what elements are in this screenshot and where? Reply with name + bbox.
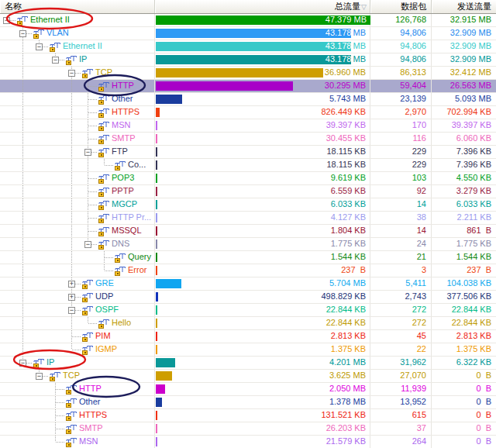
tree-guide-line (88, 218, 88, 224)
table-row-http-pr-[interactable]: HTTP Pr...4.127 KB4.127 KB382.211 KB (0, 212, 496, 225)
table-row-ip[interactable]: −IP4.201 MB4.201 MB31,9626.322 KB (0, 357, 496, 370)
sent-value: 0 B (476, 422, 491, 434)
tree-guide-line (22, 238, 23, 250)
tree-guide-line (88, 93, 88, 99)
protocol-label: Query (128, 251, 151, 263)
collapse-toggle[interactable]: − (36, 43, 43, 50)
total-value-on-bar: 43.178 MB (326, 40, 351, 52)
name-cell: −IP (0, 53, 155, 66)
column-header-sent-traffic[interactable]: 发送流量 (432, 0, 496, 13)
name-cell: HTTP Pr... (0, 212, 155, 224)
expand-toggle[interactable]: + (68, 294, 75, 301)
tree-guide-line (88, 99, 98, 100)
collapse-toggle[interactable]: − (36, 373, 43, 380)
packets-value: 37 (417, 422, 426, 434)
collapse-toggle[interactable]: − (3, 17, 10, 24)
protocol-node-icon (98, 174, 109, 184)
table-row-ip[interactable]: −IP43.178 MB43.178 MB94,80632.909 MB (0, 53, 496, 67)
table-row-vlan[interactable]: −VLAN43.178 MB43.178 MB94,80632.909 MB (0, 27, 496, 40)
table-row-ftp[interactable]: −FTP18.115 KB18.115 KB2297.396 KB (0, 146, 496, 159)
table-row-pim[interactable]: PIM2.813 KB2.813 KB452.813 KB (0, 330, 496, 343)
table-row-gre[interactable]: +GRE5.704 MB5.704 MB5,411104.038 KB (0, 277, 496, 291)
packets-value: 126,768 (395, 14, 426, 26)
protocol-label: TCP (95, 67, 112, 78)
tree-guide-line (88, 99, 88, 105)
table-row-ethernet-ii[interactable]: −Ethernet II47.379 MB47.379 MB126,76832.… (0, 14, 496, 27)
table-row-msn[interactable]: MSN39.397 KB39.397 KB17039.397 KB (0, 119, 496, 133)
table-row-mssql[interactable]: MSSQL1.804 KB1.804 KB14861 B (0, 225, 496, 238)
protocol-label: Ethernet II (63, 40, 102, 52)
protocol-label: PPTP (112, 185, 134, 197)
table-row-error[interactable]: Error237 B237 B3237 B (0, 264, 496, 277)
table-row-mgcp[interactable]: MGCP6.033 KB6.033 KB146.033 KB (0, 198, 496, 212)
tree-guide-line (75, 73, 81, 74)
table-row-other[interactable]: Other5.743 MB5.743 MB23,1395.093 MB (0, 93, 496, 106)
tree-guide-line (22, 40, 23, 53)
total-value: 2.050 MB (329, 383, 366, 395)
tree-guide-line (105, 271, 114, 271)
collapse-toggle[interactable]: − (84, 241, 91, 248)
total-traffic-cell: 9.619 KB9.619 KB (155, 172, 370, 184)
table-row-https[interactable]: HTTPS131.521 KB131.521 KB6150 B (0, 409, 496, 422)
protocol-node-icon (65, 424, 77, 434)
total-value: 131.521 KB (322, 409, 367, 421)
protocol-label: MSN (112, 119, 130, 131)
packets-cell: 3 (370, 264, 432, 277)
total-traffic-cell: 36.960 MB36.960 MB (155, 67, 370, 79)
table-row-udp[interactable]: +UDP498.829 KB498.829 KB2,743377.506 KB (0, 291, 496, 304)
total-value: 30.455 KB (326, 133, 366, 144)
tree-guide-line (56, 415, 65, 416)
tree-guide-line (22, 119, 23, 132)
table-row-smtp[interactable]: SMTP26.203 KB26.203 KB370 B (0, 422, 496, 436)
sent-value: 6.033 KB (456, 198, 491, 210)
tree-guide-line (88, 191, 98, 192)
table-row-tcp[interactable]: −TCP3.625 MB3.625 MB27,0700 B (0, 370, 496, 383)
tree-guide-line (88, 112, 98, 113)
table-row-http[interactable]: HTTP30.295 MB30.295 MB59,40426.563 MB (0, 80, 496, 93)
collapse-toggle[interactable]: − (68, 307, 75, 314)
table-row-msn[interactable]: MSN21.579 KB21.579 KB2640 B (0, 436, 496, 448)
collapse-toggle[interactable]: − (68, 70, 75, 77)
expand-toggle[interactable]: + (68, 281, 75, 288)
tree-guide-line (22, 225, 23, 237)
table-row-ospf[interactable]: −OSPF22.844 KB22.844 KB27222.844 KB (0, 304, 496, 317)
name-cell: SMTP (0, 422, 155, 435)
column-header-total-traffic[interactable]: 总流量▽ (155, 0, 370, 13)
protocol-node-icon (98, 187, 109, 197)
table-row-igmp[interactable]: IGMP1.375 KB1.375 KB221.375 KB (0, 343, 496, 357)
name-cell: Co... (0, 159, 155, 171)
sent-value: 861 B (467, 225, 491, 236)
collapse-toggle[interactable]: − (52, 57, 59, 64)
protocol-label: Other (112, 93, 133, 105)
protocol-label: TCP (63, 370, 80, 381)
packets-value: 94,806 (400, 53, 426, 65)
table-row-http[interactable]: HTTP2.050 MB2.050 MB11,9390 B (0, 383, 496, 396)
table-row-hello[interactable]: Hello22.844 KB22.844 KB27222.844 KB (0, 317, 496, 330)
table-row-dns[interactable]: −DNS1.775 KB1.775 KB241.775 KB (0, 238, 496, 251)
table-row-pop3[interactable]: POP39.619 KB9.619 KB1034.550 KB (0, 172, 496, 185)
collapse-toggle[interactable]: − (19, 360, 26, 367)
total-traffic-cell: 5.743 MB5.743 MB (155, 93, 370, 105)
table-row-tcp[interactable]: −TCP36.960 MB36.960 MB86,31332.412 MB (0, 67, 496, 80)
packets-cell: 92 (370, 185, 432, 198)
tree-guide-line (71, 251, 72, 264)
sent-cell: 0 B (432, 436, 496, 448)
column-header-packets[interactable]: 数据包 (370, 0, 432, 13)
table-row-pptp[interactable]: PPTP6.559 KB6.559 KB923.279 KB (0, 185, 496, 198)
table-row-other[interactable]: Other1.378 MB1.378 MB13,9520 B (0, 396, 496, 409)
bar-text-clip: 498.829 KB (156, 291, 158, 303)
tree-guide-line (55, 383, 56, 389)
name-cell: −OSPF (0, 304, 155, 316)
collapse-toggle[interactable]: − (19, 30, 26, 37)
table-row-co-[interactable]: Co...18.115 KB18.115 KB2297.396 KB (0, 159, 496, 172)
collapse-toggle[interactable]: − (84, 149, 91, 156)
tree-guide-line (22, 291, 23, 303)
tree-guide-line (22, 133, 23, 145)
table-row-query[interactable]: Query1.544 KB1.544 KB211.544 KB (0, 251, 496, 264)
table-row-ethernet-ii[interactable]: −Ethernet II43.178 MB43.178 MB94,80632.9… (0, 40, 496, 53)
table-row-https[interactable]: HTTPS826.449 KB826.449 KB2,970702.994 KB (0, 106, 496, 119)
column-header-name[interactable]: 名称 (0, 0, 155, 13)
table-row-smtp[interactable]: SMTP30.455 KB30.455 KB1166.060 KB (0, 133, 496, 146)
protocol-label: MSSQL (112, 225, 142, 236)
tree-guide-line (71, 225, 72, 237)
